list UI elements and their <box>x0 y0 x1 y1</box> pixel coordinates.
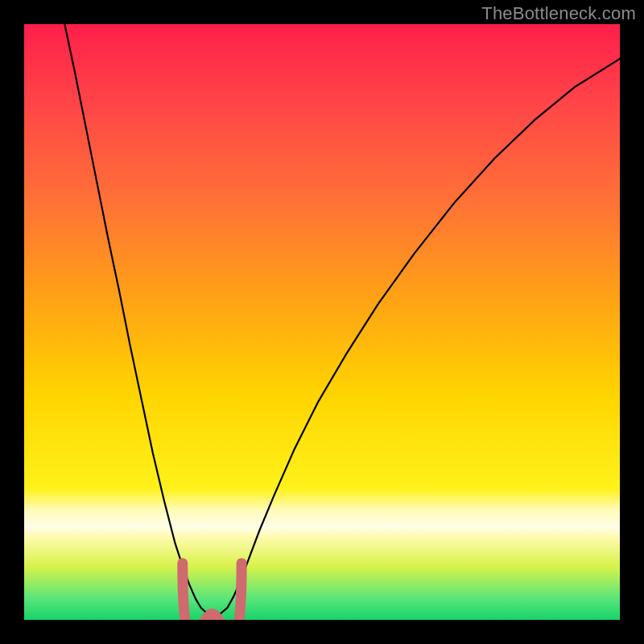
dip-marker-path <box>183 564 242 620</box>
plot-area <box>24 24 620 620</box>
curve-layer <box>24 24 620 620</box>
bottleneck-curve-path <box>64 24 620 616</box>
watermark-text: TheBottleneck.com <box>481 3 636 24</box>
chart-frame: TheBottleneck.com <box>0 0 644 644</box>
